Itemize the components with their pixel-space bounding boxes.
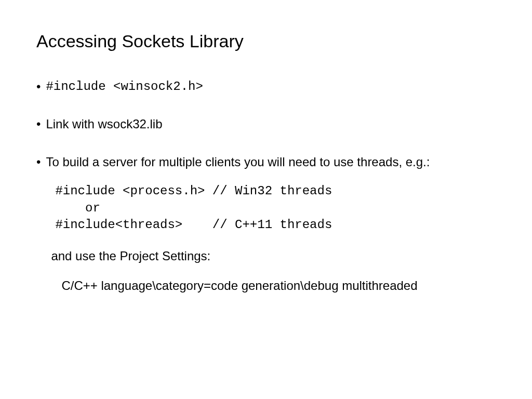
bullet-dot-icon: • <box>36 116 41 132</box>
bullet-item: • To build a server for multiple clients… <box>36 154 496 294</box>
code-block: #include <process.h> // Win32 threads or… <box>55 183 496 233</box>
bullet-text: #include <winsock2.h> <box>46 78 496 95</box>
bullet-text: Link with wsock32.lib <box>46 116 496 132</box>
sub-text: and use the Project Settings: <box>51 248 496 264</box>
bullet-item: • #include <winsock2.h> <box>36 78 496 95</box>
code-sub-block: #include <process.h> // Win32 threads or… <box>55 183 496 294</box>
slide-title: Accessing Sockets Library <box>36 31 496 51</box>
bullet-content-wrapper: To build a server for multiple clients y… <box>46 154 496 294</box>
sub-text: C/C++ language\category=code generation\… <box>61 277 496 294</box>
bullet-list: • #include <winsock2.h> • Link with wsoc… <box>36 78 496 294</box>
bullet-item: • Link with wsock32.lib <box>36 116 496 132</box>
bullet-dot-icon: • <box>36 78 41 95</box>
bullet-text: To build a server for multiple clients y… <box>46 155 430 169</box>
bullet-dot-icon: • <box>36 154 41 170</box>
